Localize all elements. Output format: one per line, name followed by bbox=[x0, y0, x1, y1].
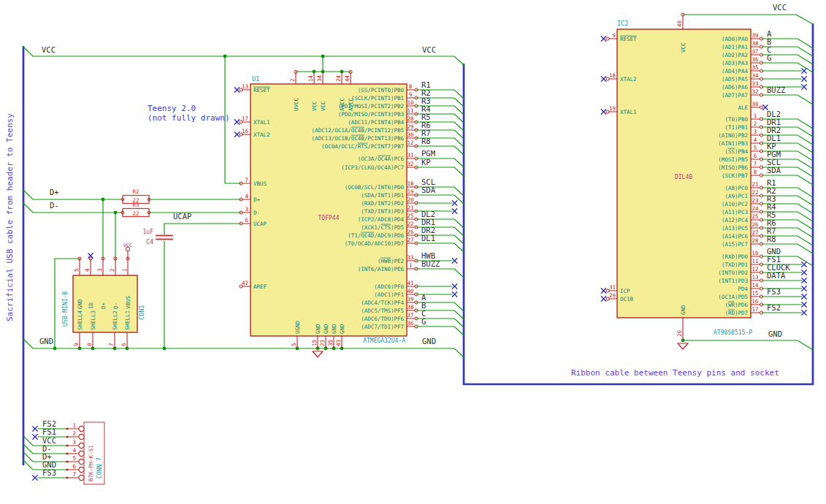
pin-name: ICP bbox=[620, 288, 630, 294]
schematic-page: VCCVCCD+D-UCAPGNDGNDVCCGND8(SS/PCINT0)PB… bbox=[0, 0, 826, 504]
r3-reference: R3 bbox=[132, 202, 139, 208]
pin-number: 11 bbox=[752, 258, 758, 264]
pin-number: 9 bbox=[73, 343, 80, 346]
pin-name: GND bbox=[315, 324, 321, 334]
pin-number: 8 bbox=[409, 83, 413, 90]
c4-reference: C4 bbox=[146, 239, 153, 245]
pin-name: (RXD)PD0 bbox=[722, 253, 749, 260]
pin-name: (AD6)PA6 bbox=[722, 84, 749, 91]
pin-number: 15 bbox=[311, 340, 318, 346]
pin-name: AVCC bbox=[339, 98, 345, 111]
pin-number: 5 bbox=[73, 268, 80, 272]
pin-name: (OC3A/OC4A)PC6 bbox=[358, 156, 405, 162]
pin-number: 20 bbox=[407, 196, 414, 203]
connector-pin-circle bbox=[79, 467, 84, 472]
u1-reference: U1 bbox=[252, 75, 259, 83]
connector-pin-circle bbox=[79, 459, 84, 464]
pin-end-circle bbox=[760, 106, 762, 109]
pin-name: (AD4)PA4 bbox=[722, 68, 749, 75]
pin-name: XTAL2 bbox=[253, 131, 270, 138]
r3-value: 22 bbox=[132, 210, 139, 217]
connector-pin-circle bbox=[79, 434, 84, 439]
pin-number: 1 bbox=[72, 422, 76, 429]
pin-number: 31 bbox=[609, 284, 616, 291]
pin-number: 6 bbox=[121, 343, 127, 346]
pin-name: GND bbox=[77, 299, 83, 309]
pin-name: (A15)PC7 bbox=[722, 241, 748, 248]
pin-number: 33 bbox=[752, 80, 758, 87]
pin-number: 34 bbox=[316, 75, 323, 82]
pin-name: (T0)PB0 bbox=[724, 116, 748, 123]
pin-name: (ADC1)PF1 bbox=[374, 291, 404, 298]
pin-number: 12 bbox=[407, 140, 413, 146]
pin-number: 6 bbox=[245, 217, 248, 224]
pin-number: 12 bbox=[752, 266, 758, 272]
pin-name: (A10)PC2 bbox=[722, 201, 748, 207]
pin-name: (AIN1)PB3 bbox=[718, 140, 748, 147]
pin-number: 30 bbox=[407, 131, 414, 138]
junction-dot bbox=[102, 198, 105, 202]
pin-number: 6 bbox=[72, 463, 76, 470]
pin-number: 38 bbox=[752, 40, 759, 47]
pin-number: 39 bbox=[407, 296, 413, 302]
net-label: BUZZ bbox=[767, 85, 785, 94]
pin-name: GND bbox=[331, 324, 337, 334]
pin-number: 38 bbox=[407, 304, 414, 310]
net-wire bbox=[762, 95, 813, 104]
pin-name: (XCK1/CTS)PD5 bbox=[361, 224, 404, 231]
pin-number: 24 bbox=[335, 75, 342, 82]
pin-name: (A12)PC4 bbox=[722, 217, 749, 224]
pin-number: 4 bbox=[245, 193, 248, 199]
connector-pin-circle bbox=[79, 451, 84, 456]
pin-name: (MISO)PB6 bbox=[718, 164, 748, 171]
pin-name: (A13)PC5 bbox=[722, 225, 748, 232]
pin-name: (TXD)PD1 bbox=[722, 261, 748, 268]
pin-name: SHELL1 bbox=[124, 310, 131, 330]
pin-number: 40 bbox=[676, 20, 683, 27]
pin-name: (ADC11/PCINT4)PB4 bbox=[348, 119, 404, 126]
pin-name: UCAP bbox=[253, 221, 267, 227]
pin-number: 1 bbox=[121, 268, 128, 272]
net-label: PGM bbox=[421, 149, 435, 158]
pin-name: D+ bbox=[100, 302, 107, 309]
pin-number: 20 bbox=[676, 329, 683, 337]
pin-name: VCC bbox=[311, 101, 318, 111]
pin-name: (OC0B/SCL/INT0)PD0 bbox=[345, 184, 405, 191]
pin-name: (ADC13/OC1B/OC4B/PCINT13)PB6 bbox=[312, 135, 405, 142]
pin-name: RESET bbox=[620, 36, 637, 42]
pin-number: 10 bbox=[407, 99, 414, 106]
pin-number: 34 bbox=[752, 72, 759, 79]
pin-name: (ADC0)PF0 bbox=[374, 283, 404, 290]
pin-number: 8 bbox=[754, 169, 757, 175]
net-label: DL1 bbox=[421, 234, 435, 243]
pin-number: 43 bbox=[335, 340, 342, 346]
net-label: G bbox=[421, 317, 426, 326]
u1-footprint: TQFP44 bbox=[318, 215, 340, 221]
pin-name: (AD1)PA1 bbox=[722, 44, 748, 50]
pin-number: 21 bbox=[407, 205, 413, 211]
pin-number: 7 bbox=[754, 161, 757, 167]
pin-name: SHELL3 bbox=[90, 310, 96, 330]
pin-number: 5 bbox=[291, 343, 297, 346]
pin-name: (AIN0)PB2 bbox=[718, 132, 748, 139]
net-label: SDA bbox=[767, 166, 781, 175]
pin-name: (PDO/MISO/PCINT3)PB3 bbox=[338, 111, 404, 118]
pin-number: 7 bbox=[108, 343, 115, 346]
pin-number: 36 bbox=[407, 320, 414, 327]
pin-number: 3 bbox=[96, 268, 103, 272]
pin-name: (INT6/AIN0)PE6 bbox=[358, 266, 405, 272]
pin-name: XTAL2 bbox=[620, 76, 637, 83]
pin-name: D+ bbox=[253, 196, 261, 203]
ground-icon bbox=[678, 343, 688, 349]
net-label: GND bbox=[39, 337, 53, 345]
net-wire bbox=[416, 269, 464, 278]
pin-name: GND bbox=[680, 305, 687, 315]
pin-number: 23 bbox=[752, 197, 758, 204]
pin-number: 3 bbox=[245, 206, 248, 213]
pin-name: (AD3)PA3 bbox=[722, 60, 748, 66]
net-label: VCC bbox=[422, 45, 436, 54]
net-label: KP bbox=[421, 158, 431, 167]
pin-number: 27 bbox=[407, 237, 413, 243]
pin-number: 2 bbox=[289, 78, 296, 82]
pin-name: (AD0)PA0 bbox=[722, 36, 749, 42]
